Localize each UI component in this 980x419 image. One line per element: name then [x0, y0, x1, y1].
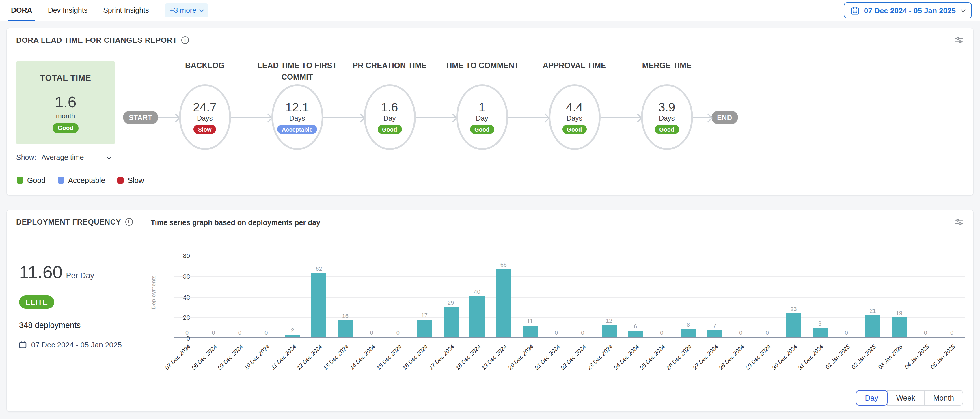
- tab-dev-insights[interactable]: Dev Insights: [48, 0, 88, 21]
- filter-settings-icon[interactable]: [954, 217, 964, 226]
- stage-unit: Day: [476, 114, 488, 122]
- bar-slot: 0: [570, 256, 596, 337]
- pipeline-stage-pr-creation-time: PR CREATION TIME1.6DayGood: [364, 61, 415, 150]
- deployment-bar[interactable]: [681, 329, 695, 337]
- flow-arrow: [323, 117, 364, 118]
- deployments-total: 348 deployments: [19, 320, 81, 330]
- bar-slot: 0: [543, 256, 570, 337]
- bar-value-label: 0: [739, 330, 742, 336]
- deployment-bar[interactable]: [338, 321, 353, 337]
- x-slot: 26 Dec 2024: [675, 338, 702, 381]
- date-range-picker[interactable]: 07 Dec 2024 - 05 Jan 2025: [844, 2, 972, 19]
- bar-value-label: 0: [212, 330, 215, 336]
- bar-slot: 0: [833, 256, 860, 337]
- bar-slot: 16: [332, 256, 358, 337]
- elite-badge: ELITE: [19, 295, 54, 309]
- flow-arrow: [508, 117, 548, 118]
- total-time-column: TOTAL TIME 1.6 month Good Show: Average …: [16, 61, 115, 162]
- bar-value-label: 8: [687, 321, 690, 327]
- stage-title: LEAD TIME TO FIRST COMMIT: [247, 60, 347, 83]
- x-slot: 11 Dec 2024: [279, 338, 305, 381]
- deploy-rate-unit: Per Day: [66, 271, 94, 280]
- bar-slot: 6: [622, 256, 649, 337]
- bar-value-label: 40: [474, 288, 480, 295]
- show-dropdown[interactable]: Show: Average time: [16, 154, 115, 162]
- bar-value-label: 0: [766, 330, 769, 336]
- flow-arrow: [415, 117, 456, 118]
- toggle-week-button[interactable]: Week: [887, 390, 924, 406]
- deployment-bar[interactable]: [813, 328, 827, 337]
- deployment-bar[interactable]: [285, 335, 300, 337]
- stage-title: TIME TO COMMENT: [432, 60, 531, 71]
- plot-area: 020406080 000026216001729406611001260870…: [174, 256, 965, 338]
- deployment-bar[interactable]: [601, 325, 616, 337]
- bar-slot: 2: [279, 256, 305, 337]
- toggle-month-button[interactable]: Month: [924, 390, 963, 406]
- bar-value-label: 0: [950, 330, 953, 336]
- stage-circle: 24.7DaysSlow: [179, 84, 231, 150]
- flow-arrow: [693, 117, 711, 118]
- x-slot: 17 Dec 2024: [438, 338, 464, 381]
- stage-value: 3.9: [658, 100, 675, 114]
- bar-value-label: 0: [238, 330, 242, 336]
- deploy-date-range: 07 Dec 2024 - 05 Jan 2025: [19, 341, 122, 349]
- more-tabs-button[interactable]: +3 more: [165, 3, 208, 17]
- bar-slot: 62: [306, 256, 332, 337]
- deployment-bar[interactable]: [311, 273, 326, 337]
- deployment-bar[interactable]: [707, 330, 722, 337]
- legend-item-slow: Slow: [117, 176, 144, 185]
- deployment-bar[interactable]: [522, 326, 537, 337]
- bar-value-label: 19: [896, 310, 902, 316]
- x-slot: 20 Dec 2024: [517, 338, 543, 381]
- total-time-box: TOTAL TIME 1.6 month Good: [16, 61, 115, 144]
- status-legend: GoodAcceptableSlow: [17, 176, 144, 185]
- tab-dora[interactable]: DORA: [11, 0, 32, 21]
- show-selected-value: Average time: [41, 154, 84, 162]
- stage-unit: Days: [659, 114, 675, 122]
- info-icon[interactable]: i: [125, 218, 132, 226]
- chevron-down-icon: [107, 154, 111, 159]
- deployment-bar[interactable]: [786, 313, 801, 337]
- bar-slot: 0: [385, 256, 411, 337]
- deployment-bar[interactable]: [469, 296, 485, 337]
- bar-value-label: 17: [421, 312, 428, 318]
- tab-sprint-insights[interactable]: Sprint Insights: [103, 0, 149, 21]
- bar-value-label: 12: [606, 317, 612, 324]
- start-node: START: [123, 111, 158, 124]
- bar-slot: 7: [702, 256, 728, 337]
- stage-title: PR CREATION TIME: [340, 60, 439, 71]
- deployment-bar[interactable]: [628, 331, 643, 337]
- deployment-bar[interactable]: [417, 319, 432, 337]
- deployment-bar[interactable]: [443, 307, 458, 337]
- date-range-label: 07 Dec 2024 - 05 Jan 2025: [864, 6, 956, 15]
- toggle-day-button[interactable]: Day: [856, 390, 887, 406]
- bar-slot: 0: [253, 256, 279, 337]
- x-slot: 27 Dec 2024: [702, 338, 728, 381]
- info-icon[interactable]: i: [181, 37, 189, 44]
- stage-status-badge: Good: [470, 125, 494, 134]
- bar-slot: 40: [464, 256, 490, 337]
- bar-slot: 9: [807, 256, 833, 337]
- x-slot: 03 Jan 2025: [886, 338, 912, 381]
- stage-unit: Days: [290, 114, 305, 122]
- filter-settings-icon[interactable]: [954, 36, 964, 44]
- bar-slot: 0: [358, 256, 385, 337]
- dora-lead-time-card: DORA LEAD TIME FOR CHANGES REPORT i TOTA…: [6, 28, 974, 196]
- x-slot: 12 Dec 2024: [306, 338, 332, 381]
- stage-status-badge: Good: [377, 125, 402, 134]
- bar-value-label: 6: [634, 324, 637, 330]
- flow-arrow: [158, 117, 179, 118]
- x-slot: 14 Dec 2024: [358, 338, 385, 381]
- legend-label: Good: [27, 176, 46, 185]
- deployment-bar[interactable]: [496, 269, 511, 337]
- stage-status-badge: Acceptable: [277, 125, 317, 134]
- x-slot: 02 Jan 2025: [860, 338, 886, 381]
- legend-swatch: [58, 177, 64, 184]
- deployment-bar[interactable]: [892, 317, 907, 337]
- stage-status-badge: Good: [562, 125, 587, 134]
- deployment-bar[interactable]: [865, 316, 880, 337]
- calendar-icon: [19, 341, 27, 349]
- bar-value-label: 0: [185, 330, 189, 336]
- stage-circle: 12.1DaysAcceptable: [271, 84, 323, 150]
- stage-circle: 1.6DayGood: [364, 84, 415, 150]
